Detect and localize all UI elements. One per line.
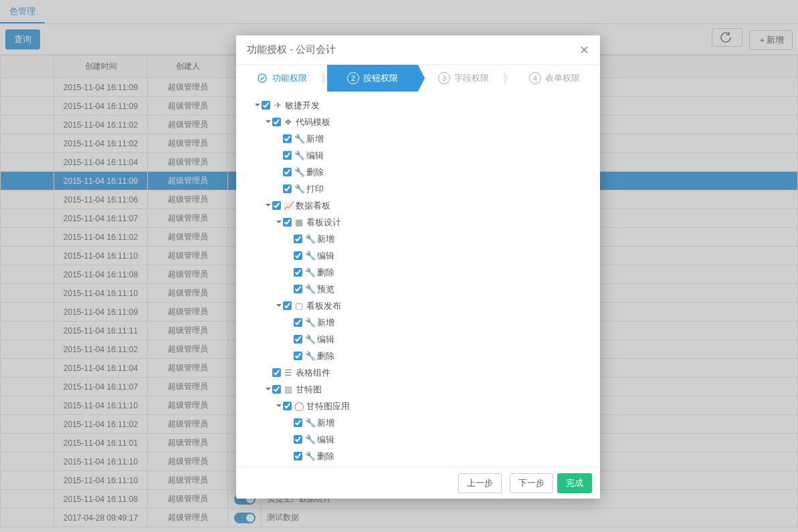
table-cell xyxy=(1,284,54,303)
node-icon: ❖ xyxy=(284,114,293,130)
tree-checkbox[interactable] xyxy=(283,402,292,410)
expand-caret-icon[interactable] xyxy=(266,204,271,207)
tree-checkbox[interactable] xyxy=(294,435,302,444)
tab-bar: 色管理 xyxy=(0,0,798,24)
table-cell: 超级管理员 xyxy=(148,284,228,303)
tree-label[interactable]: 编辑 xyxy=(317,334,334,344)
tree-checkbox[interactable] xyxy=(294,352,302,360)
node-icon: ▦ xyxy=(294,214,304,231)
tree-label[interactable]: 新增 xyxy=(306,134,324,144)
tree-label[interactable]: 新增 xyxy=(317,234,334,244)
tree-checkbox[interactable] xyxy=(272,201,281,210)
table-cell: 超级管理员 xyxy=(148,303,228,321)
step-字段权限[interactable]: 3字段权限 xyxy=(418,65,509,92)
tab-role-management[interactable]: 色管理 xyxy=(0,0,45,23)
table-cell: 超级管理员 xyxy=(148,452,228,471)
tree-checkbox[interactable] xyxy=(262,101,270,110)
tree-label[interactable]: 删除 xyxy=(317,351,334,361)
search-button[interactable]: 查询 xyxy=(5,29,40,49)
tree-label[interactable]: 新增 xyxy=(317,317,334,327)
tree-label[interactable]: 编辑 xyxy=(306,150,324,160)
tree-checkbox[interactable] xyxy=(272,118,281,126)
step-按钮权限[interactable]: 2按钮权限 xyxy=(327,65,418,92)
tree-node: 🔧打印 xyxy=(278,180,591,197)
tree-node: 🔧删除 xyxy=(288,264,591,281)
tree-checkbox[interactable] xyxy=(283,151,292,160)
step-表单权限[interactable]: 4表单权限 xyxy=(509,65,600,92)
expand-caret-icon[interactable] xyxy=(276,221,282,223)
column-header: 创建人 xyxy=(148,55,228,78)
tree-label[interactable]: 编辑 xyxy=(317,251,334,261)
tree-checkbox[interactable] xyxy=(294,235,302,243)
expand-caret-icon[interactable] xyxy=(255,104,260,106)
node-icon: ▥ xyxy=(284,381,293,398)
table-cell: 2015-11-04 16:11:02 xyxy=(54,134,148,153)
table-cell: 超级管理员 xyxy=(148,228,228,247)
tree-checkbox[interactable] xyxy=(294,268,302,277)
next-button[interactable]: 下一步 xyxy=(510,473,553,493)
finish-button[interactable]: 完成 xyxy=(557,473,592,493)
table-row[interactable]: 2017-04-28 09:49:17超级管理员测试数据 xyxy=(1,509,798,527)
tree-checkbox[interactable] xyxy=(294,251,302,260)
check-icon xyxy=(258,74,267,83)
tree-checkbox[interactable] xyxy=(294,418,302,427)
table-cell xyxy=(1,153,54,172)
tree-node: 🔧编辑 xyxy=(288,247,591,264)
table-cell xyxy=(1,321,54,340)
table-cell: 超级管理员 xyxy=(148,415,228,434)
table-cell xyxy=(228,509,262,527)
tree-node: 🔧预览 xyxy=(288,281,591,297)
tree-checkbox[interactable] xyxy=(294,452,302,460)
tree-checkbox[interactable] xyxy=(272,385,281,394)
refresh-button[interactable] xyxy=(712,28,742,47)
expand-caret-icon[interactable] xyxy=(266,120,271,123)
node-icon: ◯ xyxy=(294,398,304,414)
table-cell: 2015-11-04 16:11:02 xyxy=(54,116,148,134)
tree-node: 🔧删除 xyxy=(288,448,591,464)
table-cell: 超级管理员 xyxy=(148,490,228,509)
step-label: 按钮权限 xyxy=(363,72,398,84)
tree-label[interactable]: 敏捷开发 xyxy=(285,100,320,110)
tree-checkbox[interactable] xyxy=(283,184,292,193)
tree-node: ☰表格组件 xyxy=(267,364,591,381)
table-cell: 超级管理员 xyxy=(148,209,228,228)
tree-checkbox[interactable] xyxy=(283,301,292,310)
expand-caret-icon[interactable] xyxy=(266,388,271,390)
tree-label[interactable]: 编辑 xyxy=(317,434,334,444)
expand-caret-icon[interactable] xyxy=(276,304,282,307)
table-cell: 2015-11-04 16:11:08 xyxy=(54,265,148,284)
tree-checkbox[interactable] xyxy=(294,285,302,293)
tree-label[interactable]: 预览 xyxy=(317,284,334,294)
table-cell: 超级管理员 xyxy=(148,265,228,284)
table-cell xyxy=(1,303,54,321)
tree-label[interactable]: 甘特图 xyxy=(296,384,322,394)
tree-checkbox[interactable] xyxy=(272,368,281,377)
tree-label[interactable]: 甘特图应用 xyxy=(306,401,350,411)
table-cell xyxy=(1,471,54,490)
table-cell xyxy=(1,190,54,209)
tree-checkbox[interactable] xyxy=(283,218,292,227)
expand-caret-icon[interactable] xyxy=(276,404,282,407)
step-功能权限[interactable]: 功能权限 xyxy=(236,65,327,92)
tree-label[interactable]: 删除 xyxy=(317,451,334,461)
tree-label[interactable]: 代码模板 xyxy=(296,117,330,127)
tree-label[interactable]: 打印 xyxy=(306,184,324,194)
table-cell: 2015-11-04 16:11:06 xyxy=(54,190,148,209)
tree-label[interactable]: 新增 xyxy=(317,418,334,428)
tree-checkbox[interactable] xyxy=(294,335,302,344)
tree-label[interactable]: 表格组件 xyxy=(296,368,330,378)
close-icon[interactable]: ✕ xyxy=(579,43,589,57)
tree-label[interactable]: 删除 xyxy=(317,267,334,277)
toggle-switch[interactable] xyxy=(234,513,256,523)
tree-label[interactable]: 数据看板 xyxy=(296,201,330,211)
tree-label[interactable]: 删除 xyxy=(306,167,324,177)
tree-label[interactable]: 看板发布 xyxy=(306,301,341,311)
tree-label[interactable]: 看板设计 xyxy=(306,217,341,227)
tree-checkbox[interactable] xyxy=(283,134,292,143)
table-cell xyxy=(1,415,54,434)
tree-checkbox[interactable] xyxy=(283,168,292,176)
node-icon: 🔧 xyxy=(305,231,314,247)
prev-button[interactable]: 上一步 xyxy=(458,473,502,493)
tree-checkbox[interactable] xyxy=(294,318,302,327)
add-button[interactable]: ＋新增 xyxy=(749,30,793,50)
